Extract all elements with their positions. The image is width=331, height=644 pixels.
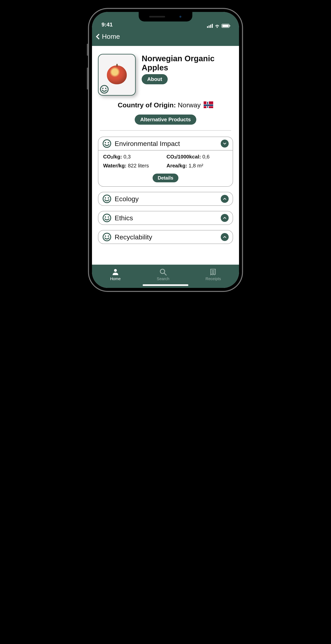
svg-point-0 xyxy=(217,27,218,28)
expand-button[interactable] xyxy=(221,214,229,222)
smiley-icon xyxy=(102,139,111,148)
svg-line-18 xyxy=(164,273,166,275)
apple-illustration xyxy=(107,66,127,84)
svg-point-16 xyxy=(114,269,117,272)
stat-value: 1,8 m² xyxy=(189,163,203,168)
svg-point-7 xyxy=(103,195,111,203)
svg-point-8 xyxy=(105,197,106,198)
tab-home[interactable]: Home xyxy=(110,268,121,281)
svg-point-15 xyxy=(108,236,109,236)
notch xyxy=(139,12,192,22)
receipt-icon xyxy=(209,268,217,276)
origin-value: Norway xyxy=(178,101,201,109)
screen: 9:41 Home xyxy=(92,12,239,288)
smiley-icon xyxy=(102,232,111,242)
section-header-ethics[interactable]: Ethics xyxy=(98,211,233,224)
svg-point-12 xyxy=(108,216,109,218)
tab-bar: Home Search Receipts xyxy=(92,265,239,288)
product-title: Norwegian Organic Apples xyxy=(142,54,233,72)
phone-frame: 9:41 Home xyxy=(88,8,243,292)
back-button[interactable]: Home xyxy=(97,32,120,40)
svg-point-14 xyxy=(105,236,106,236)
section-body-environmental: CO₂/kg: 0,3 CO₂/1000kcal: 0,6 Water/kg: … xyxy=(98,150,233,186)
section-recyclability: Recyclability xyxy=(98,230,233,244)
svg-point-10 xyxy=(103,214,111,222)
svg-point-1 xyxy=(100,86,108,93)
smiley-icon xyxy=(102,213,111,222)
svg-point-11 xyxy=(105,216,106,218)
svg-point-9 xyxy=(108,197,109,198)
content: Norwegian Organic Apples About Country o… xyxy=(92,46,239,265)
section-title: Ethics xyxy=(115,214,218,222)
chevron-up-icon xyxy=(223,197,227,201)
stat-area: Area/kg: 1,8 m² xyxy=(166,163,228,169)
expand-button[interactable] xyxy=(221,195,229,203)
section-title: Recyclability xyxy=(115,233,218,241)
rating-badge xyxy=(100,85,109,94)
home-indicator[interactable] xyxy=(143,284,188,286)
tab-label: Search xyxy=(157,276,169,281)
stat-label: CO₂/kg: xyxy=(103,154,122,160)
svg-point-5 xyxy=(105,142,106,143)
product-image xyxy=(98,54,136,96)
alternative-products-button[interactable]: Alternative Products xyxy=(135,114,196,125)
section-environmental-impact: Environmental Impact CO₂/kg: 0,3 xyxy=(98,136,233,187)
country-of-origin: Country of Origin: Norway xyxy=(98,101,233,109)
section-title: Ecology xyxy=(115,195,218,203)
expand-button[interactable] xyxy=(221,233,229,241)
svg-point-6 xyxy=(108,142,109,143)
chevron-up-icon xyxy=(223,235,227,239)
chevron-down-icon xyxy=(223,142,227,146)
back-label: Home xyxy=(102,32,120,40)
status-time: 9:41 xyxy=(101,22,113,28)
collapse-button[interactable] xyxy=(221,140,229,148)
tab-label: Home xyxy=(110,276,121,281)
tab-receipts[interactable]: Receipts xyxy=(205,268,221,281)
product-header: Norwegian Organic Apples About xyxy=(98,54,233,96)
norway-flag-icon xyxy=(204,102,213,108)
person-icon xyxy=(112,268,119,276)
status-icons xyxy=(207,24,230,28)
svg-point-4 xyxy=(103,140,111,148)
stat-label: Water/kg: xyxy=(103,163,127,168)
environmental-stats: CO₂/kg: 0,3 CO₂/1000kcal: 0,6 Water/kg: … xyxy=(103,154,228,169)
search-icon xyxy=(159,268,167,276)
section-header-recyclability[interactable]: Recyclability xyxy=(98,230,233,244)
origin-label: Country of Origin: xyxy=(118,101,176,109)
chevron-up-icon xyxy=(223,216,227,220)
wifi-icon xyxy=(215,24,220,28)
section-header-environmental[interactable]: Environmental Impact xyxy=(98,137,233,150)
section-ecology: Ecology xyxy=(98,192,233,206)
product-title-block: Norwegian Organic Apples About xyxy=(142,54,233,84)
svg-point-3 xyxy=(105,88,106,89)
divider xyxy=(100,130,231,131)
stat-value: 822 liters xyxy=(128,163,149,168)
battery-icon xyxy=(222,24,230,28)
svg-point-13 xyxy=(103,233,111,241)
stat-value: 0,3 xyxy=(123,154,131,160)
stat-co2-kcal: CO₂/1000kcal: 0,6 xyxy=(166,154,228,160)
smiley-icon xyxy=(100,85,109,94)
stat-label: Area/kg: xyxy=(166,163,187,168)
tab-label: Receipts xyxy=(205,276,221,281)
section-ethics: Ethics xyxy=(98,211,233,225)
about-button[interactable]: About xyxy=(142,74,168,84)
tab-search[interactable]: Search xyxy=(157,268,169,281)
chevron-left-icon xyxy=(96,34,101,39)
nav-bar: Home xyxy=(92,30,239,46)
stat-label: CO₂/1000kcal: xyxy=(166,154,201,160)
section-header-ecology[interactable]: Ecology xyxy=(98,192,233,206)
svg-point-2 xyxy=(102,88,103,89)
cellular-signal-icon xyxy=(207,24,213,28)
section-title: Environmental Impact xyxy=(115,140,218,148)
stat-co2-kg: CO₂/kg: 0,3 xyxy=(103,154,165,160)
details-button[interactable]: Details xyxy=(153,174,179,182)
stat-water: Water/kg: 822 liters xyxy=(103,163,165,169)
smiley-icon xyxy=(102,194,111,204)
stat-value: 0,6 xyxy=(202,154,210,160)
